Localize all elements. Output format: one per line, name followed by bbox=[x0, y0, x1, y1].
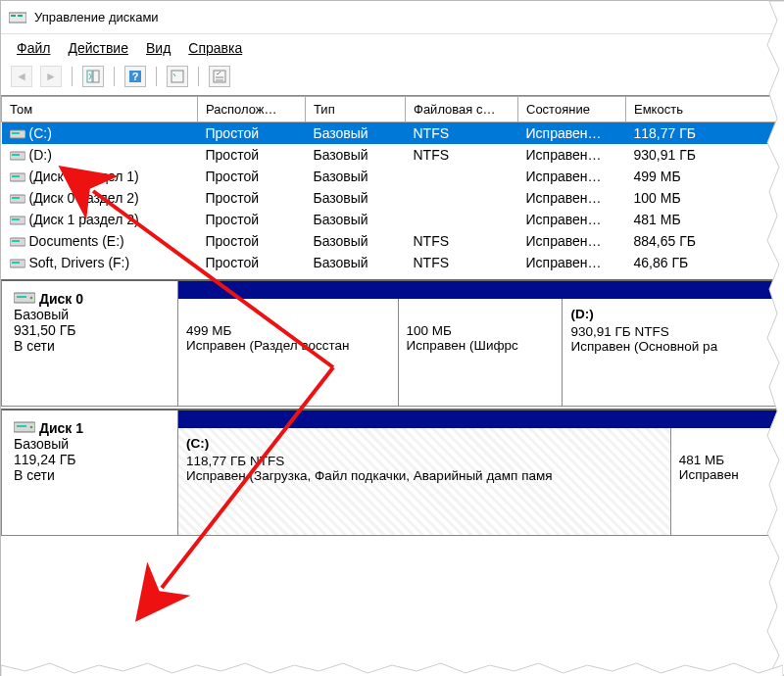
volume-row[interactable]: Documents (E:)ПростойБазовыйNTFSИсправен… bbox=[2, 230, 783, 252]
forward-button[interactable]: ► bbox=[40, 66, 62, 87]
partition[interactable]: (D:)930,91 ГБ NTFSИсправен (Основной ра bbox=[562, 299, 782, 406]
disk-type: Базовый bbox=[14, 436, 166, 452]
svg-text:?: ? bbox=[132, 71, 139, 82]
svg-rect-22 bbox=[12, 240, 20, 242]
menu-file[interactable]: Файл bbox=[17, 40, 50, 56]
disk-partitions: 499 МБИсправен (Раздел восстан100 МБИспр… bbox=[178, 281, 782, 406]
disk-info: Диск 0Базовый931,50 ГБВ сети bbox=[2, 281, 178, 406]
partition-header-bar bbox=[178, 281, 782, 299]
partition-desc: Исправен (Основной ра bbox=[570, 339, 774, 354]
disk-size: 119,24 ГБ bbox=[14, 452, 166, 467]
refresh-button[interactable] bbox=[167, 66, 188, 87]
volume-row[interactable]: Soft, Drivers (F:)ПростойБазовыйNTFSИспр… bbox=[2, 252, 783, 273]
view-toggle-button[interactable] bbox=[82, 66, 104, 87]
disk-name: Диск 1 bbox=[14, 420, 166, 436]
svg-rect-7 bbox=[172, 71, 183, 82]
col-fs[interactable]: Файловая с… bbox=[406, 97, 518, 122]
menubar: Файл Действие Вид Справка bbox=[1, 34, 783, 62]
col-layout[interactable]: Располож… bbox=[198, 97, 306, 122]
partition-desc: Исправен (Раздел восстан bbox=[186, 338, 390, 353]
svg-rect-20 bbox=[12, 218, 20, 220]
volume-icon bbox=[10, 236, 25, 248]
svg-rect-24 bbox=[12, 262, 20, 264]
disk-row: Диск 0Базовый931,50 ГБВ сети499 МБИсправ… bbox=[1, 279, 783, 407]
svg-rect-2 bbox=[18, 15, 23, 17]
svg-rect-1 bbox=[11, 15, 16, 17]
partition-label: (C:) bbox=[186, 436, 662, 451]
volume-icon bbox=[10, 258, 25, 269]
list-view-button[interactable] bbox=[209, 66, 230, 87]
disk-layout-pane: Диск 0Базовый931,50 ГБВ сети499 МБИсправ… bbox=[1, 279, 783, 536]
svg-rect-14 bbox=[12, 154, 20, 156]
partition-size: 481 МБ bbox=[679, 453, 774, 467]
back-button[interactable]: ◄ bbox=[11, 66, 32, 87]
titlebar: Управление дисками bbox=[1, 1, 783, 34]
partition[interactable]: 481 МБИсправен bbox=[670, 428, 782, 535]
disk-status: В сети bbox=[14, 338, 166, 354]
volume-icon bbox=[10, 150, 25, 162]
partition-desc: Исправен (Загрузка, Файл подкачки, Авари… bbox=[186, 468, 662, 483]
volume-row[interactable]: (Диск 0 раздел 2)ПростойБазовыйИсправен…… bbox=[2, 187, 783, 209]
menu-view[interactable]: Вид bbox=[146, 40, 171, 56]
volume-row[interactable]: (Диск 1 раздел 2)ПростойБазовыйИсправен…… bbox=[2, 209, 783, 230]
partition-size: 930,91 ГБ NTFS bbox=[570, 324, 774, 339]
svg-rect-18 bbox=[12, 197, 20, 199]
volume-icon bbox=[10, 128, 25, 140]
volume-table: Том Располож… Тип Файловая с… Состояние … bbox=[1, 96, 783, 273]
partition-header-bar bbox=[178, 410, 782, 428]
partition-desc: Исправен (Шифрс bbox=[407, 338, 555, 353]
partition[interactable]: 499 МБИсправен (Раздел восстан bbox=[178, 299, 398, 406]
partition-size: 118,77 ГБ NTFS bbox=[186, 454, 662, 468]
partition[interactable]: 100 МБИсправен (Шифрс bbox=[398, 299, 563, 406]
volume-icon bbox=[10, 215, 25, 226]
col-status[interactable]: Состояние bbox=[518, 97, 626, 122]
partition-size: 100 МБ bbox=[407, 323, 555, 338]
hdd-icon bbox=[14, 291, 35, 305]
window-title: Управление дисками bbox=[34, 10, 159, 24]
svg-point-27 bbox=[30, 297, 33, 300]
volume-row[interactable]: (Диск 0 раздел 1)ПростойБазовыйИсправен…… bbox=[2, 166, 783, 187]
disk-partitions: (C:)118,77 ГБ NTFSИсправен (Загрузка, Фа… bbox=[178, 410, 782, 535]
svg-rect-29 bbox=[17, 425, 26, 427]
disk-status: В сети bbox=[14, 467, 166, 483]
volume-row[interactable]: (C:)ПростойБазовыйNTFSИсправен…118,77 ГБ bbox=[2, 122, 783, 145]
toolbar: ◄ ► ? bbox=[1, 62, 783, 96]
app-icon bbox=[9, 10, 26, 25]
svg-rect-4 bbox=[93, 71, 99, 82]
disk-row: Диск 1Базовый119,24 ГБВ сети(C:)118,77 Г… bbox=[1, 409, 783, 536]
col-volume[interactable]: Том bbox=[2, 97, 198, 122]
disk-management-window: Управление дисками Файл Действие Вид Спр… bbox=[0, 0, 784, 676]
column-headers: Том Располож… Тип Файловая с… Состояние … bbox=[2, 97, 783, 122]
disk-type: Базовый bbox=[14, 307, 166, 322]
partition[interactable]: (C:)118,77 ГБ NTFSИсправен (Загрузка, Фа… bbox=[178, 428, 670, 535]
menu-action[interactable]: Действие bbox=[68, 40, 128, 56]
partition-desc: Исправен bbox=[679, 467, 774, 482]
partition-label: (D:) bbox=[570, 307, 774, 321]
svg-rect-12 bbox=[12, 132, 20, 134]
col-capacity[interactable]: Емкость bbox=[626, 97, 783, 122]
volume-row[interactable]: (D:)ПростойБазовыйNTFSИсправен…930,91 ГБ bbox=[2, 144, 783, 166]
svg-point-30 bbox=[30, 426, 33, 429]
svg-rect-0 bbox=[9, 13, 26, 23]
help-button[interactable]: ? bbox=[124, 66, 146, 87]
hdd-icon bbox=[14, 420, 35, 434]
svg-rect-16 bbox=[12, 175, 20, 177]
disk-size: 931,50 ГБ bbox=[14, 322, 166, 338]
svg-rect-26 bbox=[17, 296, 26, 298]
col-type[interactable]: Тип bbox=[306, 97, 406, 122]
partition-size: 499 МБ bbox=[186, 323, 390, 338]
disk-name: Диск 0 bbox=[14, 291, 166, 307]
volume-icon bbox=[10, 193, 25, 205]
volume-icon bbox=[10, 171, 25, 183]
torn-bottom-decoration bbox=[1, 657, 783, 676]
disk-info: Диск 1Базовый119,24 ГБВ сети bbox=[2, 410, 178, 535]
menu-help[interactable]: Справка bbox=[188, 40, 242, 56]
